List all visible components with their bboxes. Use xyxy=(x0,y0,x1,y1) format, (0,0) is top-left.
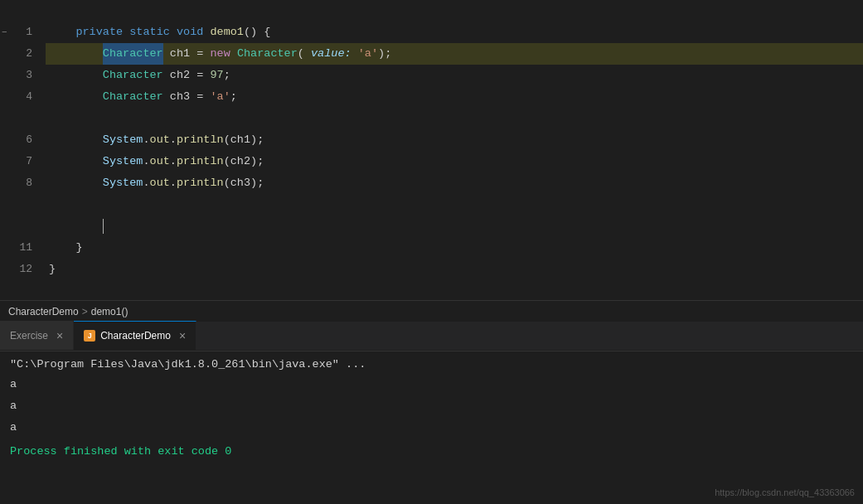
code-line: System . out . println (ch2); xyxy=(46,151,863,172)
line-gutter: − 1 2 3 4 6 7 8 11 12 xyxy=(0,0,46,300)
text-cursor xyxy=(103,219,104,234)
gutter-line: 3 xyxy=(0,65,39,86)
tab-characterdemo[interactable]: J CharacterDemo × xyxy=(74,321,196,350)
code-line xyxy=(46,0,863,22)
tab-close-exercise[interactable]: × xyxy=(56,329,63,342)
code-line xyxy=(46,108,863,129)
gutter-line: 12 xyxy=(0,259,39,280)
tab-label-characterdemo: CharacterDemo xyxy=(100,330,171,342)
terminal-command: "C:\Program Files\Java\jdk1.8.0_261\bin\… xyxy=(10,358,853,371)
gutter-line: 2 xyxy=(0,43,39,65)
code-lines[interactable]: private static void demo1 () { Character… xyxy=(46,0,863,300)
gutter-line: 11 xyxy=(0,237,39,259)
selected-token: Character xyxy=(103,43,163,65)
gutter-line xyxy=(0,194,39,216)
breadcrumb-bar: CharacterDemo > demo1() xyxy=(0,300,863,322)
tab-bar: Exercise × J CharacterDemo × xyxy=(0,322,863,351)
code-line: Character ch3 = 'a' ; xyxy=(46,86,863,108)
terminal-output-line-2: a xyxy=(10,395,853,417)
java-file-icon: J xyxy=(84,330,95,342)
code-line: System . out . println (ch3); xyxy=(46,172,863,194)
gutter-line xyxy=(0,0,39,22)
tab-label-exercise: Exercise xyxy=(10,330,48,342)
code-line: } xyxy=(46,259,863,280)
breadcrumb-part1[interactable]: CharacterDemo xyxy=(8,306,79,317)
code-line: System . out . println (ch1); xyxy=(46,129,863,151)
terminal-output-line-3: a xyxy=(10,417,853,439)
terminal-output-line-1: a xyxy=(10,374,853,395)
gutter-line: 7 xyxy=(0,151,39,172)
gutter-line: 4 xyxy=(0,86,39,108)
gutter-line xyxy=(0,216,39,237)
code-line: Character ch2 = 97 ; xyxy=(46,65,863,86)
terminal-finish-message: Process finished with exit code 0 xyxy=(10,445,853,458)
code-line xyxy=(46,194,863,216)
terminal-wrapper: "C:\Program Files\Java\jdk1.8.0_261\bin\… xyxy=(0,351,863,504)
gutter-line xyxy=(0,108,39,129)
fold-icon[interactable]: − xyxy=(2,22,7,43)
code-line: private static void demo1 () { xyxy=(46,22,863,43)
breadcrumb-part2[interactable]: demo1() xyxy=(91,306,128,317)
watermark: https://blog.csdn.net/qq_43363066 xyxy=(715,487,855,497)
gutter-line: 6 xyxy=(0,129,39,151)
tab-exercise[interactable]: Exercise × xyxy=(0,321,74,350)
breadcrumb-sep: > xyxy=(82,306,88,317)
code-line-cursor xyxy=(46,216,863,237)
tab-close-characterdemo[interactable]: × xyxy=(179,329,186,342)
gutter-line: − 1 xyxy=(0,22,39,43)
terminal-area[interactable]: "C:\Program Files\Java\jdk1.8.0_261\bin\… xyxy=(0,351,863,504)
code-line-highlighted: Character ch1 = new Character ( value: '… xyxy=(46,43,863,65)
code-line: } xyxy=(46,237,863,259)
editor-area: − 1 2 3 4 6 7 8 11 12 private static xyxy=(0,0,863,300)
gutter-line: 8 xyxy=(0,172,39,194)
